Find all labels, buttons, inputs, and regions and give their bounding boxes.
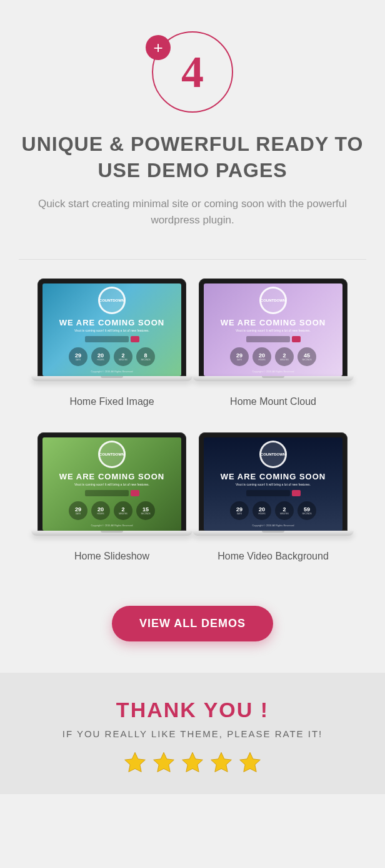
email-form [85,490,139,496]
demo-label: Home Slideshow [38,551,186,562]
demo-grid: COUNTDOWN WE ARE COMING SOON Visut is co… [19,259,366,580]
demo-item[interactable]: COUNTDOWN WE ARE COMING SOON Visut is co… [38,278,186,407]
counter-value: 29 [75,506,81,513]
countdown-counter: 20 HOURS [91,501,110,520]
plus-icon: + [146,35,171,60]
countdown-row: 29 DAYS 20 HOURS 2 MINUTES 15 SECONDS [69,501,155,520]
counter-label: HOURS [259,513,266,515]
coming-soon-subtitle: Visut is coming soon! It will bring a lo… [236,329,311,332]
star-icon[interactable] [122,750,148,775]
counter-value: 29 [75,352,81,359]
rate-prompt: IF YOU REALLY LIKE THEME, PLEASE RATE IT… [12,728,372,739]
star-icon[interactable] [238,750,262,775]
email-input [85,490,129,496]
countdown-counter: 2 MINUTES [114,347,132,366]
demo-label: Home Mount Cloud [199,396,348,407]
star-icon[interactable] [151,750,176,775]
copyright-text: Copyright © 2016 All Rights Reserved [252,370,294,373]
counter-label: MINUTES [119,513,128,515]
laptop-base [31,376,192,381]
countdown-row: 29 DAYS 20 HOURS 2 MINUTES 59 SECONDS [230,501,316,520]
star-icon[interactable] [180,750,205,775]
counter-label: HOURS [259,359,266,361]
countdown-counter: 2 MINUTES [275,347,294,366]
countdown-row: 29 DAYS 20 HOURS 2 MINUTES 45 SECONDS [230,347,316,366]
email-input [85,336,129,342]
counter-value: 20 [259,506,265,513]
countdown-row: 29 DAYS 20 HOURS 2 MINUTES 8 SECONDS [69,347,155,366]
counter-label: SECONDS [141,359,151,361]
star-icon[interactable] [209,750,234,775]
email-submit-icon [131,336,139,342]
laptop-base [31,531,192,536]
demo-item[interactable]: COUNTDOWN WE ARE COMING SOON Visut is co… [199,278,348,407]
demo-screen: COUNTDOWN WE ARE COMING SOON Visut is co… [204,437,342,530]
countdown-logo-icon: COUNTDOWN [259,441,287,468]
counter-label: DAYS [76,513,81,515]
coming-soon-title: WE ARE COMING SOON [59,318,164,327]
thank-you-heading: THANK YOU ! [12,698,372,722]
counter-value: 29 [236,352,242,359]
counter-value: 15 [142,506,149,513]
laptop-frame: COUNTDOWN WE ARE COMING SOON Visut is co… [199,432,348,530]
countdown-counter: 15 SECONDS [136,501,155,520]
demo-screen: COUNTDOWN WE ARE COMING SOON Visut is co… [42,437,181,530]
laptop-frame: COUNTDOWN WE ARE COMING SOON Visut is co… [38,278,186,376]
counter-label: HOURS [98,513,104,515]
email-input [246,336,290,342]
demo-label: Home Video Background [199,551,348,562]
counter-value: 45 [304,352,310,359]
coming-soon-subtitle: Visut is coming soon! It will bring a lo… [74,329,149,332]
countdown-counter: 59 SECONDS [298,501,316,520]
counter-label: SECONDS [302,513,312,515]
countdown-counter: 20 HOURS [252,347,271,366]
email-submit-icon [292,336,301,342]
counter-value: 8 [144,352,147,359]
counter-label: MINUTES [119,359,128,361]
countdown-counter: 45 SECONDS [298,347,316,366]
counter-value: 2 [282,352,286,359]
laptop-frame: COUNTDOWN WE ARE COMING SOON Visut is co… [38,432,186,530]
countdown-counter: 2 MINUTES [275,501,294,520]
demo-item[interactable]: COUNTDOWN WE ARE COMING SOON Visut is co… [199,432,348,561]
coming-soon-title: WE ARE COMING SOON [221,318,326,327]
email-form [246,490,301,496]
laptop-base [192,531,354,536]
demo-screen: COUNTDOWN WE ARE COMING SOON Visut is co… [42,283,181,376]
email-submit-icon [131,490,139,496]
counter-label: DAYS [76,359,81,361]
email-form [85,336,139,342]
counter-value: 29 [236,506,242,513]
laptop-frame: COUNTDOWN WE ARE COMING SOON Visut is co… [199,278,348,376]
copyright-text: Copyright © 2016 All Rights Reserved [91,524,132,527]
counter-value: 20 [259,352,265,359]
counter-value: 59 [304,506,310,513]
countdown-counter: 8 SECONDS [136,347,155,366]
email-input [246,490,290,496]
laptop-base [192,376,354,381]
countdown-counter: 29 DAYS [69,501,88,520]
counter-value: 20 [98,352,104,359]
email-form [246,336,301,342]
counter-label: SECONDS [302,359,312,361]
countdown-counter: 20 HOURS [91,347,110,366]
counter-label: SECONDS [141,513,151,515]
cta-section: VIEW ALL DEMOS [0,581,385,673]
copyright-text: Copyright © 2016 All Rights Reserved [91,370,132,373]
badge-number: 4 [181,46,204,98]
page-headline: UNIQUE & POWERFUL READY TO USE DEMO PAGE… [19,131,366,183]
countdown-counter: 2 MINUTES [114,501,132,520]
email-submit-icon [292,490,301,496]
coming-soon-subtitle: Visut is coming soon! It will bring a lo… [74,483,149,486]
rating-stars[interactable] [12,750,372,775]
demo-item[interactable]: COUNTDOWN WE ARE COMING SOON Visut is co… [38,432,186,561]
hero-section: + 4 UNIQUE & POWERFUL READY TO USE DEMO … [0,0,385,247]
coming-soon-title: WE ARE COMING SOON [221,472,326,481]
countdown-logo-icon: COUNTDOWN [98,287,126,314]
counter-label: MINUTES [280,513,289,515]
countdown-counter: 29 DAYS [230,501,249,520]
countdown-logo-icon: COUNTDOWN [259,287,287,314]
page-subhead: Quick start creating minimal site or com… [36,196,349,228]
counter-value: 20 [98,506,104,513]
view-all-demos-button[interactable]: VIEW ALL DEMOS [112,606,273,641]
